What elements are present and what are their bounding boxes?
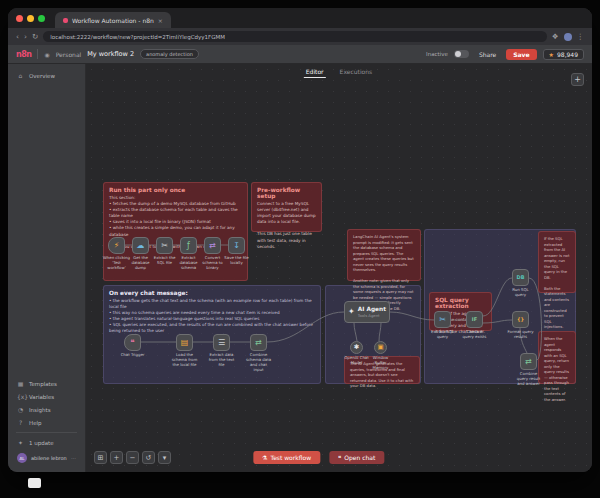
sidebar-item-updates[interactable]: ✦ 1 update <box>8 436 85 449</box>
node-extract-sql-query[interactable]: ✂ Extract SQL query <box>434 311 451 328</box>
tab-executions[interactable]: Executions <box>338 66 375 78</box>
extract-icon: ✂ <box>439 316 446 324</box>
tab-favicon-icon <box>63 18 68 23</box>
n8n-logo[interactable]: n8n <box>16 50 31 59</box>
node-save-file[interactable]: ↧ Save the file locally <box>228 237 245 254</box>
zoom-in-button[interactable]: + <box>110 451 123 464</box>
sidebar-item-label: Help <box>29 420 42 426</box>
node-manual-trigger[interactable]: ⚡ When clicking 'Test workflow' <box>108 237 125 254</box>
convert-icon: ⇄ <box>209 242 216 250</box>
update-label: 1 update <box>29 440 54 446</box>
connection-lines <box>86 64 592 472</box>
tab-editor[interactable]: Editor <box>304 66 326 78</box>
node-combine-answer[interactable]: ⇄ Combine query result and answer <box>520 353 537 370</box>
avatar: AL <box>17 453 27 463</box>
if-icon: IF <box>472 317 477 322</box>
node-run-sql-query[interactable]: DB Run SQL query <box>512 269 529 286</box>
personal-icon: ◉ <box>44 51 49 58</box>
test-workflow-button[interactable]: ⚗ Test workflow <box>253 451 320 464</box>
fit-view-button[interactable]: ⊞ <box>94 451 107 464</box>
node-label: Window Buffer Memory <box>367 356 395 371</box>
openai-icon: ✱ <box>354 344 359 351</box>
workflow-canvas[interactable]: Editor Executions + On every chat messag… <box>86 64 592 472</box>
node-get-dump[interactable]: ☁ Get the database dump <box>132 237 149 254</box>
sidebar-item-insights[interactable]: ◔ Insights <box>8 403 85 416</box>
sidebar-item-overview[interactable]: ⌂ Overview <box>8 69 85 82</box>
sidebar-item-label: Insights <box>29 407 51 413</box>
divider <box>16 432 77 433</box>
star-count: 98,949 <box>557 51 578 58</box>
sidebar-item-templates[interactable]: ▦ Templates <box>8 377 85 390</box>
user-menu[interactable]: AL abilene lebron ⋯ <box>8 449 85 467</box>
node-ai-agent[interactable]: ✦ AI Agent Tools Agent <box>344 301 390 323</box>
browser-tab[interactable]: Workflow Automation - n8n × <box>55 12 171 28</box>
open-chat-button[interactable]: ❝ Open chat <box>329 451 384 464</box>
node-load-schema[interactable]: ▤ Load the schema from the local file <box>176 334 193 351</box>
window-controls <box>16 8 45 28</box>
code-icon: {} <box>517 317 524 322</box>
manual-trigger-icon: ⚡ <box>114 242 120 250</box>
sidebar-item-label: Variables <box>29 394 54 400</box>
node-openai-chat-model[interactable]: ✱ OpenAI Chat Model <box>350 341 363 354</box>
tidy-up-button[interactable]: ▾ <box>158 451 171 464</box>
node-convert-binary[interactable]: ⇄ Convert schema to binary <box>204 237 221 254</box>
read-file-icon: ▤ <box>181 339 189 347</box>
browser-profile-avatar[interactable] <box>564 33 572 41</box>
close-window-button[interactable] <box>16 15 23 22</box>
merge-icon: ⇄ <box>525 358 532 366</box>
node-chat-trigger[interactable]: ❝ Chat Trigger <box>124 334 141 351</box>
extensions-icon[interactable]: ❖ <box>552 32 559 41</box>
insights-icon: ◔ <box>17 406 24 413</box>
minimize-window-button[interactable] <box>27 15 34 22</box>
node-combine-input[interactable]: ⇄ Combine schema data and chat input <box>250 334 267 351</box>
sidebar-item-variables[interactable]: {x} Variables <box>8 390 85 403</box>
browser-urlbar: ‹ › ↻ localhost:2222/workflow/new?projec… <box>8 28 592 45</box>
maximize-window-button[interactable] <box>38 15 45 22</box>
tab-close-icon[interactable]: × <box>158 17 163 24</box>
node-extract-text[interactable]: ☰ Extract data from the text file <box>213 334 230 351</box>
node-label: Chat Trigger <box>119 353 147 358</box>
star-icon: ★ <box>549 51 554 58</box>
activate-toggle[interactable] <box>454 50 469 58</box>
browser-menu-icon[interactable]: ⋮ <box>577 32 585 41</box>
function-icon: ƒ <box>187 242 190 250</box>
memory-icon: ▣ <box>377 344 383 351</box>
http-request-icon: ☁ <box>137 242 145 250</box>
node-label: Extract data from the text file <box>208 353 236 368</box>
user-menu-icon[interactable]: ⋯ <box>71 455 76 461</box>
undo-button[interactable]: ↺ <box>142 451 155 464</box>
toggle-knob <box>455 51 461 57</box>
sidebar: ⌂ Overview ▦ Templates {x} Variables ◔ I… <box>8 64 86 472</box>
app-header: n8n ◉ Personal My workflow 2 anomaly det… <box>8 45 592 64</box>
text-file-icon: ☰ <box>218 339 225 347</box>
update-icon: ✦ <box>17 439 24 446</box>
dock-window-thumbnail[interactable] <box>28 478 41 488</box>
workflow-tag[interactable]: anomaly detection <box>140 49 199 59</box>
workflow-name[interactable]: My workflow 2 <box>87 50 134 58</box>
test-workflow-label: Test workflow <box>270 454 311 461</box>
save-button[interactable]: Save <box>506 49 536 60</box>
browser-tabbar: Workflow Automation - n8n × <box>8 8 592 28</box>
github-stars-badge[interactable]: ★ 98,949 <box>543 49 584 60</box>
save-file-icon: ↧ <box>233 242 240 250</box>
node-extract-schema[interactable]: ƒ Extract database schema <box>180 237 197 254</box>
sidebar-item-help[interactable]: ? Help <box>8 416 85 429</box>
breadcrumb[interactable]: Personal <box>56 51 82 58</box>
zoom-out-button[interactable]: − <box>126 451 139 464</box>
reload-icon[interactable]: ↻ <box>32 32 38 41</box>
node-window-buffer-memory[interactable]: ▣ Window Buffer Memory <box>374 341 387 354</box>
canvas-controls: ⊞ + − ↺ ▾ <box>94 451 171 464</box>
back-icon[interactable]: ‹ <box>16 32 19 41</box>
share-button[interactable]: Share <box>475 49 500 60</box>
variables-icon: {x} <box>17 393 24 400</box>
node-label: Extract SQL query <box>429 330 457 340</box>
url-text: localhost:2222/workflow/new?projectId=2T… <box>50 34 225 40</box>
node-if-query-exists[interactable]: IF Check if query exists <box>466 311 483 328</box>
extract-file-icon: ✂ <box>161 242 168 250</box>
node-extract-sql-file[interactable]: ✂ Extract the SQL file <box>156 237 173 254</box>
address-bar[interactable]: localhost:2222/workflow/new?projectId=2T… <box>43 31 546 42</box>
forward-icon[interactable]: › <box>24 32 27 41</box>
add-node-button[interactable]: + <box>571 73 584 86</box>
node-format-results[interactable]: {} Format query results <box>512 311 529 328</box>
node-label: Combine schema data and chat input <box>245 353 273 373</box>
